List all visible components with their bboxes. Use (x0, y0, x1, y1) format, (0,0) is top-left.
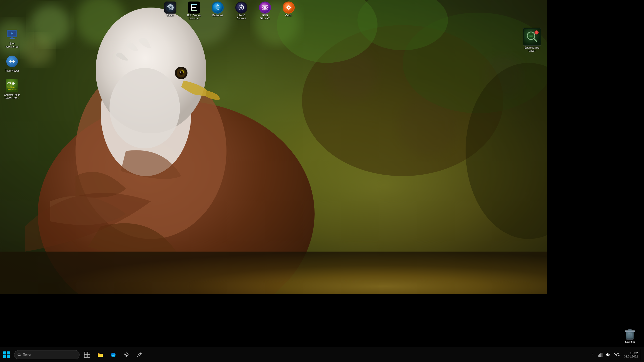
svg-point-47 (264, 6, 266, 9)
csgo-label: Counter-Strike Global Offe... (4, 94, 20, 100)
svg-rect-79 (3, 351, 6, 354)
battlenet-icon (212, 2, 224, 14)
search-taskbar-icon (17, 353, 21, 357)
teamviewer-icon[interactable]: TeamViewer (2, 53, 22, 73)
svg-rect-86 (87, 352, 90, 354)
steam-label: Steam (167, 14, 174, 17)
csgo-icon[interactable]: CS GLOBAL OFFENSIVE Counter-Strike Globa… (2, 77, 22, 101)
gog-icon (259, 2, 271, 14)
svg-text:!: ! (536, 31, 537, 34)
task-view-icon (84, 352, 90, 358)
recycle-bin-icon[interactable]: Корзина (620, 326, 640, 344)
origin-desktop-icon[interactable]: Origin (277, 1, 300, 21)
taskbar-search-bar[interactable]: Поиск (14, 350, 80, 359)
svg-point-30 (170, 7, 171, 8)
epic-games-label: Epic Games Launcher (187, 14, 201, 20)
svg-rect-36 (191, 4, 197, 5)
gog-label: GOG GALAXY (260, 14, 270, 20)
svg-rect-75 (628, 330, 632, 331)
svg-rect-81 (3, 355, 6, 358)
svg-point-42 (240, 7, 242, 9)
start-button[interactable] (1, 349, 13, 361)
battlenet-desktop-icon[interactable]: Battle.net (206, 1, 229, 21)
svg-rect-87 (84, 354, 87, 357)
svg-rect-37 (191, 10, 197, 11)
volume-speaker-icon (605, 352, 610, 357)
search-placeholder: Поиск (23, 353, 31, 356)
svg-rect-91 (598, 355, 599, 357)
svg-line-90 (140, 353, 141, 354)
left-desktop-icons: Этот компьютер TeamViewer (0, 24, 30, 105)
pen-tool-button[interactable] (133, 349, 145, 361)
taskbar-tray: ^ Р (589, 347, 644, 362)
clock-area[interactable]: 10:32 31.01.2022 (622, 351, 640, 358)
top-desktop-icons: Steam Epic Games Launcher (159, 1, 300, 21)
battlenet-label: Battle.net (212, 14, 223, 17)
svg-text:OFFENSIVE: OFFENSIVE (7, 89, 17, 91)
ubisoft-desktop-icon[interactable]: Ubisoft Connect (230, 1, 253, 21)
edge-browser-icon (110, 351, 117, 358)
task-view-button[interactable] (81, 349, 93, 361)
network-icon[interactable] (597, 352, 603, 358)
volume-icon[interactable] (605, 352, 611, 358)
svg-point-39 (216, 6, 219, 10)
diagnose-label: Диагностика масст (525, 46, 539, 52)
svg-rect-82 (7, 355, 10, 358)
svg-rect-55 (10, 38, 15, 39)
file-explorer-icon (97, 352, 103, 358)
svg-point-16 (109, 68, 180, 148)
ubisoft-icon (235, 2, 247, 14)
steam-icon (164, 2, 176, 14)
svg-point-43 (241, 5, 242, 6)
diagnose-tool-icon[interactable]: ! Диагностика масст (521, 27, 543, 53)
svg-rect-93 (600, 353, 601, 357)
teamviewer-label: TeamViewer (5, 69, 19, 72)
svg-rect-54 (11, 37, 13, 38)
svg-point-50 (288, 7, 290, 9)
taskbar: Поиск (0, 347, 644, 362)
language-text: РУС (614, 353, 620, 356)
windows-logo-icon (3, 351, 10, 358)
network-status-icon (598, 352, 602, 357)
pen-icon (137, 352, 142, 357)
svg-point-20 (179, 71, 183, 75)
my-computer-icon[interactable]: Этот компьютер (2, 26, 22, 49)
edge-browser-button[interactable] (107, 349, 119, 361)
epic-games-icon (188, 2, 200, 14)
desktop-bottom-area (0, 294, 547, 347)
svg-line-84 (20, 355, 21, 356)
recycle-bin-label: Корзина (625, 340, 635, 343)
svg-rect-80 (7, 351, 10, 354)
gog-desktop-icon[interactable]: GOG GALAXY (254, 1, 276, 21)
origin-label: Origin (285, 14, 292, 17)
clock-date: 31.01.2022 (624, 355, 638, 358)
svg-rect-85 (84, 352, 87, 354)
desktop-wallpaper (0, 0, 547, 309)
file-explorer-button[interactable] (94, 349, 106, 361)
trash-bin-icon-img (623, 327, 636, 340)
right-panel (547, 0, 644, 347)
svg-rect-88 (87, 354, 90, 357)
svg-rect-92 (599, 354, 600, 357)
origin-icon (283, 2, 295, 14)
svg-point-21 (180, 71, 181, 73)
ubisoft-label: Ubisoft Connect (237, 14, 246, 20)
show-desktop-button[interactable] (640, 349, 642, 361)
language-indicator[interactable]: РУС (612, 352, 621, 358)
svg-point-89 (126, 354, 127, 355)
clock-time: 10:32 (630, 351, 638, 355)
my-computer-label: Этот компьютер (6, 42, 18, 48)
settings-icon (123, 352, 129, 358)
steam-desktop-icon[interactable]: Steam (159, 1, 182, 21)
epic-games-desktop-icon[interactable]: Epic Games Launcher (183, 1, 205, 21)
expand-tray-button[interactable]: ^ (590, 352, 596, 358)
settings-button[interactable] (120, 349, 132, 361)
svg-rect-94 (601, 353, 602, 357)
svg-text:CS: CS (7, 82, 11, 85)
svg-text:GLOBAL: GLOBAL (7, 86, 15, 88)
